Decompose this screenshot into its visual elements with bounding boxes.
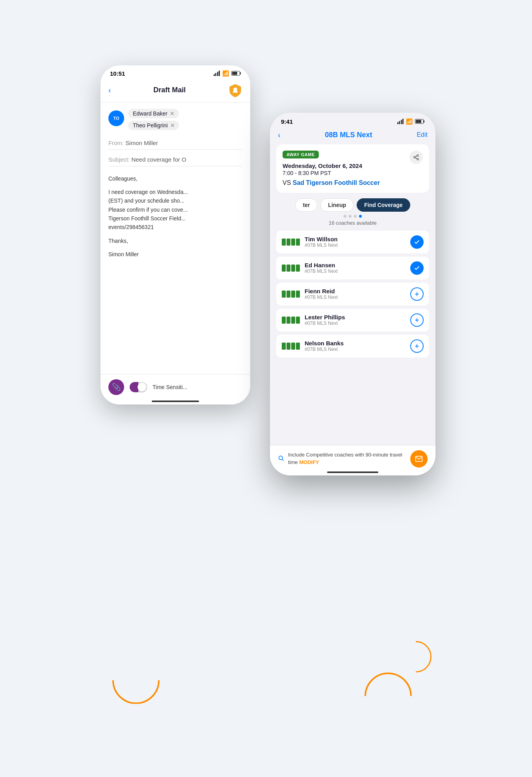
event-time: 7:00 - 8:30 PM PST: [283, 170, 423, 176]
front-content: AWAY GAME Wednesday, October 6, 2024 7:0…: [270, 144, 435, 358]
coaches-list: Tim Willson #07B MLS Next Ed Hansen #07B…: [276, 231, 429, 358]
coach-team-fienn: #07B MLS Next: [305, 294, 406, 300]
email-content: Colleagues, I need coverage on Wednesda.…: [108, 170, 242, 259]
subject-label: Subject:: [108, 156, 131, 163]
coach-team-lester: #07B MLS Next: [305, 320, 406, 326]
battery-icon-back: [231, 71, 241, 76]
svg-point-1: [417, 155, 419, 156]
signal-icon-back: [214, 71, 220, 76]
svg-line-5: [415, 156, 417, 157]
phone-back: 10:51 📶 ‹ Draft Mail: [100, 65, 250, 404]
wifi-icon-front: 📶: [406, 118, 413, 125]
event-vs: VS Sad Tigerson Foothill Soccer: [283, 179, 423, 186]
from-label: From:: [108, 140, 125, 146]
coach-info-nelson: Nelson Banks #07B MLS Next: [305, 340, 406, 352]
to-row: TO Edward Baker ✕ Theo Pelligrini ✕: [108, 109, 242, 130]
svg-line-4: [415, 158, 417, 159]
back-button-front[interactable]: ‹: [278, 130, 281, 140]
battery-icon-front: [415, 119, 424, 124]
chip-remove-edward[interactable]: ✕: [170, 110, 175, 117]
dot-4: [359, 215, 362, 218]
availability-tim: [282, 239, 300, 246]
status-icons-back: 📶: [214, 70, 241, 76]
recipient-chip-edward[interactable]: Edward Baker ✕: [128, 109, 179, 118]
nav-title-back: Draft Mail: [153, 86, 186, 94]
coach-name-lester: Lester Phillips: [305, 314, 406, 320]
coach-team-ed: #07B MLS Next: [305, 268, 406, 274]
event-card: AWAY GAME Wednesday, October 6, 2024 7:0…: [276, 144, 429, 193]
signal-icon-front: [397, 119, 404, 124]
vs-prefix: VS: [283, 179, 293, 186]
attachment-button[interactable]: 📎: [108, 379, 124, 395]
recipient-chip-theo[interactable]: Theo Pelligrini ✕: [128, 121, 179, 130]
subject-field[interactable]: Subject: Need coverage for O: [108, 153, 242, 166]
decoration-arc-left: [112, 657, 160, 704]
back-button-back[interactable]: ‹: [108, 86, 111, 95]
search-icon-bottom: [278, 455, 284, 463]
to-badge: TO: [108, 110, 124, 126]
event-date: Wednesday, October 6, 2024: [283, 162, 423, 169]
greeting: Colleagues,: [108, 174, 242, 183]
coaches-count: 16 coaches available: [276, 220, 429, 226]
coach-info-fienn: Fienn Reid #07B MLS Next: [305, 288, 406, 300]
email-body: TO Edward Baker ✕ Theo Pelligrini ✕ From…: [100, 102, 250, 270]
coach-row-fienn: Fienn Reid #07B MLS Next: [276, 283, 429, 306]
coach-row-ed: Ed Hansen #07B MLS Next: [276, 257, 429, 279]
bottom-bar-text: Include Competitive coaches with 90-minu…: [288, 451, 406, 466]
coach-name-ed: Ed Hansen: [305, 262, 406, 268]
coach-row-nelson: Nelson Banks #07B MLS Next: [276, 335, 429, 358]
svg-point-12: [279, 456, 283, 459]
tab-ter[interactable]: ter: [295, 198, 317, 212]
vs-team: Sad Tigerson Foothill Soccer: [293, 179, 380, 186]
nav-bar-front: ‹ 08B MLS Next Edit: [270, 128, 435, 144]
shield-icon: [228, 83, 242, 97]
scene: 10:51 📶 ‹ Draft Mail: [89, 34, 443, 743]
coach-action-tim[interactable]: [410, 235, 424, 249]
edit-button[interactable]: Edit: [417, 131, 428, 138]
recipient-chips: Edward Baker ✕ Theo Pelligrini ✕: [128, 109, 179, 130]
nav-bar-back: ‹ Draft Mail: [100, 80, 250, 102]
tab-lineup[interactable]: Lineup: [320, 198, 353, 212]
status-bar-back: 10:51 📶: [100, 65, 250, 80]
dot-2: [349, 215, 352, 218]
coach-action-lester[interactable]: [410, 313, 424, 327]
modify-link[interactable]: MODIFY: [299, 459, 319, 465]
chip-remove-theo[interactable]: ✕: [170, 122, 175, 129]
email-fab-button[interactable]: [410, 450, 428, 468]
availability-nelson: [282, 343, 300, 350]
nav-title-front: 08B MLS Next: [325, 131, 372, 139]
bottom-bar: Include Competitive coaches with 90-minu…: [270, 445, 435, 475]
coach-action-fienn[interactable]: [410, 287, 424, 301]
coach-row-tim: Tim Willson #07B MLS Next: [276, 231, 429, 253]
dot-3: [354, 215, 357, 218]
phone-front: 9:41 📶 ‹ 08B MLS Next Edit: [270, 113, 435, 475]
home-indicator-front: [327, 471, 378, 473]
body-text: I need coverage on Wednesda...(EST) and …: [108, 188, 242, 232]
svg-point-3: [417, 158, 419, 160]
svg-line-13: [282, 459, 284, 461]
availability-ed: [282, 265, 300, 272]
thanks: Thanks,: [108, 237, 242, 245]
email-footer: 📎 Time Sensiti...: [100, 374, 250, 404]
availability-lester: [282, 317, 300, 324]
svg-point-2: [414, 157, 415, 158]
status-bar-front: 9:41 📶: [270, 113, 435, 128]
share-button[interactable]: [409, 151, 423, 164]
pagination-dots: [276, 215, 429, 218]
time-back: 10:51: [110, 70, 125, 77]
time-sensitive-toggle[interactable]: [130, 382, 147, 392]
chip-name-theo: Theo Pelligrini: [133, 122, 168, 129]
decoration-arc-right-mid: [400, 641, 432, 673]
coach-info-lester: Lester Phillips #07B MLS Next: [305, 314, 406, 326]
coach-row-lester: Lester Phillips #07B MLS Next: [276, 309, 429, 332]
dot-1: [344, 215, 346, 218]
tab-find-coverage[interactable]: Find Coverage: [357, 198, 410, 212]
chip-name-edward: Edward Baker: [133, 110, 167, 117]
coach-team-nelson: #07B MLS Next: [305, 347, 406, 352]
decoration-arc-right: [365, 673, 412, 720]
coach-action-ed[interactable]: [410, 261, 424, 275]
coach-action-nelson[interactable]: [410, 339, 424, 353]
tabs-row: ter Lineup Find Coverage: [276, 193, 429, 215]
coach-team-tim: #07B MLS Next: [305, 242, 406, 248]
time-sensitive-label: Time Sensiti...: [153, 384, 187, 390]
